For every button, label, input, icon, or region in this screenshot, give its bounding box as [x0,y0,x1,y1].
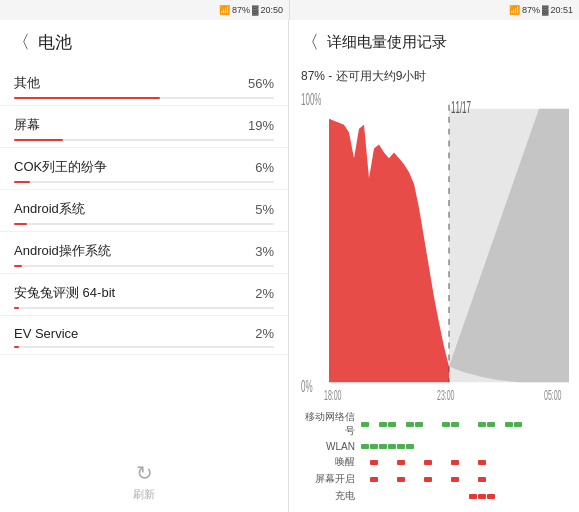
signal-bar-segment [478,477,486,482]
signal-bar-segment [469,494,477,499]
battery-bar-fill [14,265,22,267]
signal-bar-segment [514,444,522,449]
signal-row: WLAN [299,441,569,452]
left-panel: 〈 电池 其他 56% 屏幕 19% COK列王的纷争 6% Android系统 [0,20,289,512]
right-status-icons: 📶 87% ▓ 20:51 [509,5,573,15]
svg-text:100%: 100% [301,91,321,109]
signal-bar-segment [397,460,405,465]
signal-bar-segment [370,477,378,482]
right-panel-title: 详细电量使用记录 [327,33,447,52]
battery-list-item[interactable]: COK列王的纷争 6% [0,148,288,190]
right-back-button[interactable]: 〈 [301,30,319,54]
battery-chart: 100% 0% 11/17 18:00 23:00 05:00 [299,89,569,406]
battery-list-item[interactable]: Android操作系统 3% [0,232,288,274]
main-content: 〈 电池 其他 56% 屏幕 19% COK列王的纷争 6% Android系统 [0,20,579,512]
left-status-icons: 📶 87% ▓ 20:50 [219,5,283,15]
battery-bar-bg [14,307,274,309]
signal-bar-segment [415,477,423,482]
battery-item-name: COK列王的纷争 [14,158,107,176]
signal-bar-segment [442,422,450,427]
battery-item-name: Android系统 [14,200,85,218]
signal-bar-segment [496,494,504,499]
signal-bar-segment [514,494,522,499]
right-signal-icon: 📶 [509,5,520,15]
svg-text:18:00: 18:00 [324,387,341,402]
signal-bar-segment [379,460,387,465]
signal-bar-segment [433,422,441,427]
signal-bar-segment [406,422,414,427]
signal-bars [361,477,569,482]
signal-bar-segment [496,477,504,482]
signal-bar-segment [487,477,495,482]
battery-bar-bg [14,223,274,225]
signal-bar-segment [478,422,486,427]
signal-bars [361,444,569,449]
battery-bar-fill [14,223,27,225]
signal-row: 屏幕开启 [299,472,569,486]
right-header: 〈 详细电量使用记录 [299,20,569,64]
battery-item-pct: 3% [255,244,274,259]
signal-bar-segment [388,477,396,482]
battery-bar-bg [14,181,274,183]
battery-item-pct: 5% [255,202,274,217]
right-status-bar: 📶 87% ▓ 20:51 [290,0,579,20]
signal-bar-segment [451,494,459,499]
battery-item-name: 其他 [14,74,40,92]
signal-bars [361,494,569,499]
battery-bar-fill [14,181,30,183]
signal-row: 充电 [299,489,569,503]
signal-bar-segment [406,494,414,499]
battery-list-item[interactable]: 其他 56% [0,64,288,106]
left-battery-pct: 87% [232,5,250,15]
signal-bar-segment [469,477,477,482]
left-battery-icon: ▓ [252,5,259,15]
left-back-button[interactable]: 〈 [12,30,30,54]
signal-bar-segment [361,444,369,449]
signal-bar-segment [415,444,423,449]
battery-bar-fill [14,307,19,309]
refresh-button[interactable]: ↻ 刷新 [133,461,155,502]
signal-row: 唤醒 [299,455,569,469]
battery-item-pct: 56% [248,76,274,91]
signal-bar-segment [478,494,486,499]
battery-list: 其他 56% 屏幕 19% COK列王的纷争 6% Android系统 5% [0,64,288,451]
signal-bar-segment [433,494,441,499]
signal-bar-segment [379,494,387,499]
battery-bar-fill [14,139,63,141]
signal-bar-segment [505,444,513,449]
signal-bar-segment [370,460,378,465]
signal-bar-segment [505,477,513,482]
signal-bar-segment [469,460,477,465]
signal-bar-segment [496,422,504,427]
signal-bar-segment [370,444,378,449]
battery-list-item[interactable]: 屏幕 19% [0,106,288,148]
signal-bar-segment [406,444,414,449]
signal-bar-segment [487,422,495,427]
signal-bars [361,422,569,427]
signal-bar-segment [433,477,441,482]
right-time: 20:51 [550,5,573,15]
battery-list-item[interactable]: Android系统 5% [0,190,288,232]
battery-item-name: 安兔兔评测 64-bit [14,284,115,302]
signal-bar-segment [478,444,486,449]
signal-bar-segment [442,460,450,465]
signal-bar-segment [406,477,414,482]
signal-bar-segment [442,477,450,482]
battery-bar-fill [14,346,19,348]
signal-bar-segment [433,444,441,449]
signal-bar-segment [379,444,387,449]
signal-bars [361,460,569,465]
left-panel-title: 电池 [38,31,72,54]
battery-item-pct: 19% [248,118,274,133]
signal-bar-segment [460,494,468,499]
battery-list-item[interactable]: EV Service 2% [0,316,288,355]
signal-bar-segment [505,460,513,465]
signal-bar-segment [415,422,423,427]
signal-bar-segment [496,460,504,465]
signal-bar-segment [370,494,378,499]
refresh-icon: ↻ [136,461,153,485]
svg-text:0%: 0% [301,378,313,396]
signal-bar-segment [397,477,405,482]
signal-bar-segment [424,460,432,465]
battery-list-item[interactable]: 安兔兔评测 64-bit 2% [0,274,288,316]
